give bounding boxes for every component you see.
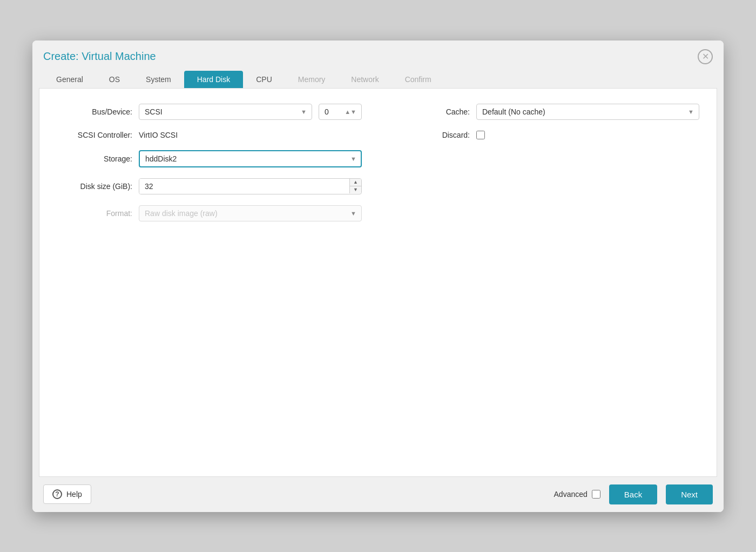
disk-size-spinbox: 32 ▲ ▼ [139, 178, 362, 194]
scsi-controller-label: SCSI Controller: [57, 131, 132, 139]
tab-network: Network [338, 71, 392, 88]
scsi-controller-row: SCSI Controller: VirtIO SCSI [57, 131, 362, 139]
form-section: Bus/Device: SCSI VirtIO Block IDE SATA ▼ [57, 104, 699, 221]
discard-checkbox[interactable] [476, 131, 485, 139]
help-button[interactable]: ? Help [43, 484, 91, 504]
cache-select-wrapper: Default (No cache) No cache Write throug… [476, 104, 699, 120]
tab-confirm: Confirm [392, 71, 444, 88]
discard-checkbox-wrapper [476, 131, 699, 139]
disk-size-input[interactable]: 32 [139, 179, 349, 194]
tab-os[interactable]: OS [96, 71, 133, 88]
bus-device-row: Bus/Device: SCSI VirtIO Block IDE SATA ▼ [57, 104, 362, 120]
tab-cpu[interactable]: CPU [243, 71, 285, 88]
format-row: Format: Raw disk image (raw) QEMU image … [57, 205, 362, 221]
bus-device-label: Bus/Device: [57, 107, 132, 116]
storage-select-wrapper: hddDisk2 local local-lvm ▼ [139, 150, 362, 167]
format-label: Format: [57, 209, 132, 218]
scsi-controller-value: VirtIO SCSI [139, 131, 362, 139]
dialog-footer: ? Help Advanced Back Next [32, 477, 724, 512]
disk-size-row: Disk size (GiB): 32 ▲ ▼ [57, 178, 362, 194]
advanced-checkbox[interactable] [592, 490, 600, 499]
format-select[interactable]: Raw disk image (raw) QEMU image format (… [139, 205, 362, 221]
back-button[interactable]: Back [609, 484, 657, 504]
advanced-label[interactable]: Advanced [554, 490, 600, 499]
footer-right: Advanced Back Next [554, 484, 713, 504]
disk-size-up-arrow[interactable]: ▲ [350, 179, 361, 186]
form-left: Bus/Device: SCSI VirtIO Block IDE SATA ▼ [57, 104, 362, 221]
discard-row: Discard: [394, 131, 699, 139]
create-vm-dialog: Create: Virtual Machine ✕ General OS Sys… [32, 41, 724, 512]
close-button[interactable]: ✕ [698, 49, 713, 64]
bus-select-wrapper: SCSI VirtIO Block IDE SATA ▼ [139, 104, 312, 120]
tab-bar: General OS System Hard Disk CPU Memory N… [32, 64, 724, 88]
cache-label: Cache: [394, 107, 470, 116]
discard-label: Discard: [394, 131, 470, 139]
tab-system[interactable]: System [133, 71, 184, 88]
disk-size-down-arrow[interactable]: ▼ [350, 186, 361, 193]
storage-select[interactable]: hddDisk2 local local-lvm [139, 150, 362, 167]
advanced-text: Advanced [554, 490, 588, 499]
form-right: Cache: Default (No cache) No cache Write… [394, 104, 699, 221]
tab-general[interactable]: General [43, 71, 96, 88]
storage-row: Storage: hddDisk2 local local-lvm ▼ [57, 150, 362, 167]
help-icon: ? [52, 489, 62, 499]
cache-select[interactable]: Default (No cache) No cache Write throug… [476, 104, 699, 120]
bus-select[interactable]: SCSI VirtIO Block IDE SATA [139, 104, 312, 120]
tab-hard-disk[interactable]: Hard Disk [184, 71, 243, 88]
bus-device-controls: SCSI VirtIO Block IDE SATA ▼ 0 1 2 [139, 104, 362, 120]
disk-size-arrows: ▲ ▼ [349, 179, 361, 193]
help-label: Help [66, 490, 82, 499]
format-select-wrapper: Raw disk image (raw) QEMU image format (… [139, 205, 362, 221]
device-select[interactable]: 0 1 2 3 [319, 104, 362, 120]
storage-label: Storage: [57, 154, 132, 163]
dialog-content: Bus/Device: SCSI VirtIO Block IDE SATA ▼ [39, 88, 717, 477]
next-button[interactable]: Next [666, 484, 713, 504]
tab-memory: Memory [285, 71, 339, 88]
dialog-title: Create: Virtual Machine [43, 50, 156, 63]
dialog-header: Create: Virtual Machine ✕ [32, 41, 724, 64]
disk-size-label: Disk size (GiB): [57, 182, 132, 191]
device-select-wrapper: 0 1 2 3 ▲▼ [319, 104, 362, 120]
cache-row: Cache: Default (No cache) No cache Write… [394, 104, 699, 120]
